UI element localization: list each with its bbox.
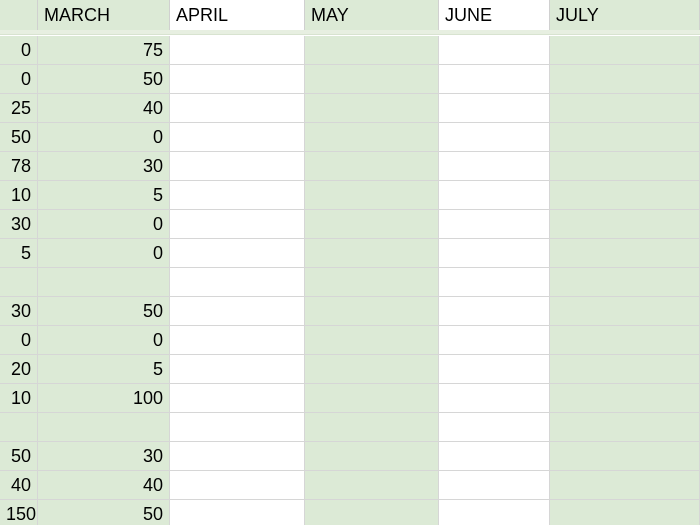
cell[interactable] (439, 413, 550, 442)
cell[interactable]: 40 (0, 471, 38, 500)
cell[interactable] (439, 268, 550, 297)
cell[interactable] (305, 442, 439, 471)
cell[interactable] (170, 36, 305, 65)
column-header-march[interactable]: MARCH (38, 0, 170, 30)
cell[interactable]: 50 (38, 500, 170, 525)
cell[interactable] (439, 471, 550, 500)
cell[interactable] (305, 65, 439, 94)
cell[interactable] (550, 65, 700, 94)
cell[interactable] (439, 36, 550, 65)
cell[interactable] (305, 152, 439, 181)
cell[interactable]: 0 (0, 36, 38, 65)
cell[interactable] (305, 471, 439, 500)
cell[interactable] (439, 123, 550, 152)
cell[interactable]: 10 (0, 181, 38, 210)
cell[interactable] (305, 500, 439, 525)
cell[interactable]: 20 (0, 355, 38, 384)
cell[interactable] (550, 239, 700, 268)
cell[interactable] (305, 239, 439, 268)
cell[interactable] (305, 123, 439, 152)
column-header-july[interactable]: JULY (550, 0, 700, 30)
cell[interactable] (439, 94, 550, 123)
cell[interactable] (550, 384, 700, 413)
cell[interactable] (170, 384, 305, 413)
cell[interactable] (550, 210, 700, 239)
cell[interactable]: 150 (0, 500, 38, 525)
cell[interactable]: 0 (38, 123, 170, 152)
cell[interactable] (170, 123, 305, 152)
cell[interactable] (305, 326, 439, 355)
cell[interactable] (550, 355, 700, 384)
cell[interactable] (550, 442, 700, 471)
cell[interactable] (439, 65, 550, 94)
column-header-may[interactable]: MAY (305, 0, 439, 30)
cell[interactable]: 50 (38, 297, 170, 326)
spreadsheet-grid[interactable]: MARCH APRIL MAY JUNE JULY 07505025405007… (0, 0, 700, 525)
cell[interactable]: 10 (0, 384, 38, 413)
cell[interactable] (550, 297, 700, 326)
cell[interactable]: 0 (0, 326, 38, 355)
cell[interactable] (170, 152, 305, 181)
cell[interactable]: 100 (38, 384, 170, 413)
cell[interactable] (38, 268, 170, 297)
cell[interactable] (550, 471, 700, 500)
cell[interactable]: 50 (38, 65, 170, 94)
cell[interactable]: 50 (0, 442, 38, 471)
cell[interactable] (305, 94, 439, 123)
column-header-april[interactable]: APRIL (170, 0, 305, 30)
cell[interactable]: 0 (0, 65, 38, 94)
cell[interactable] (305, 210, 439, 239)
cell[interactable]: 0 (38, 326, 170, 355)
cell[interactable]: 30 (0, 297, 38, 326)
cell[interactable] (439, 500, 550, 525)
cell[interactable] (439, 239, 550, 268)
cell[interactable] (170, 181, 305, 210)
cell[interactable]: 5 (38, 181, 170, 210)
cell[interactable] (170, 65, 305, 94)
cell[interactable]: 30 (0, 210, 38, 239)
cell[interactable] (170, 239, 305, 268)
cell[interactable] (439, 355, 550, 384)
cell[interactable]: 0 (38, 239, 170, 268)
cell[interactable] (439, 181, 550, 210)
cell[interactable] (550, 268, 700, 297)
data-rows-region[interactable]: 0750502540500783010530050305000205101005… (0, 36, 700, 525)
cell[interactable] (439, 152, 550, 181)
cell[interactable] (170, 442, 305, 471)
cell[interactable]: 40 (38, 471, 170, 500)
cell[interactable]: 30 (38, 152, 170, 181)
cell[interactable] (305, 181, 439, 210)
cell[interactable] (439, 210, 550, 239)
cell[interactable]: 78 (0, 152, 38, 181)
cell[interactable] (170, 297, 305, 326)
cell[interactable]: 40 (38, 94, 170, 123)
cell[interactable] (170, 500, 305, 525)
cell[interactable] (0, 413, 38, 442)
cell[interactable] (439, 297, 550, 326)
cell[interactable] (305, 36, 439, 65)
column-header-june[interactable]: JUNE (439, 0, 550, 30)
cell[interactable] (305, 384, 439, 413)
cell[interactable] (550, 94, 700, 123)
cell[interactable] (550, 500, 700, 525)
cell[interactable] (170, 326, 305, 355)
cell[interactable] (439, 442, 550, 471)
cell[interactable] (550, 181, 700, 210)
cell[interactable] (305, 268, 439, 297)
cell[interactable]: 25 (0, 94, 38, 123)
cell[interactable] (170, 413, 305, 442)
cell[interactable] (305, 413, 439, 442)
cell[interactable] (550, 36, 700, 65)
cell[interactable]: 50 (0, 123, 38, 152)
cell[interactable] (170, 471, 305, 500)
cell[interactable] (170, 210, 305, 239)
cell[interactable] (550, 413, 700, 442)
cell[interactable] (305, 297, 439, 326)
column-header-feb[interactable] (0, 0, 38, 30)
cell[interactable]: 30 (38, 442, 170, 471)
cell[interactable] (38, 413, 170, 442)
cell[interactable] (170, 355, 305, 384)
cell[interactable]: 5 (0, 239, 38, 268)
cell[interactable]: 5 (38, 355, 170, 384)
cell[interactable] (550, 326, 700, 355)
